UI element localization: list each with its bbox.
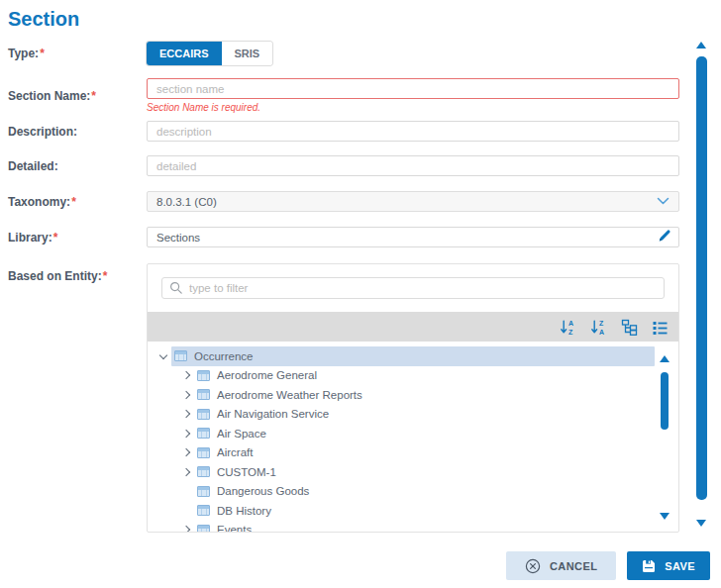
type-toggle: ECCAIRS SRIS (147, 42, 272, 65)
tree-item-body[interactable]: Events (194, 521, 655, 533)
edit-library-button[interactable] (658, 229, 671, 245)
sort-descending-icon[interactable]: Z A (589, 318, 607, 336)
entity-filter-input[interactable] (161, 277, 665, 299)
tree-item-db-history[interactable]: DB History (148, 501, 678, 521)
taxonomy-value: 8.0.3.1 (C0) (156, 196, 657, 208)
page-scrollbar[interactable] (696, 42, 707, 527)
entity-table-icon (197, 409, 210, 420)
tree-scrollbar[interactable] (660, 355, 670, 520)
tree-item-air-space[interactable]: Air Space (148, 424, 678, 443)
tree-item-air-navigation-service[interactable]: Air Navigation Service (148, 405, 678, 425)
tree-item-label: Occurrence (194, 350, 253, 362)
library-row: Library:* Sections (8, 227, 679, 247)
section-name-error: Section Name is required. (147, 102, 679, 113)
chevron-right-icon[interactable] (178, 449, 194, 455)
type-option-sris[interactable]: SRIS (222, 42, 273, 65)
tree-scrollbar-thumb[interactable] (661, 372, 669, 430)
chevron-right-icon[interactable] (178, 372, 194, 378)
chevron-right-icon[interactable] (178, 392, 194, 398)
svg-text:Z: Z (599, 320, 604, 327)
cancel-button[interactable]: CANCEL (506, 551, 616, 580)
chevron-down-icon[interactable] (155, 354, 171, 358)
tree-item-label: Air Navigation Service (217, 408, 329, 420)
entity-picker-panel: A Z Z A (147, 263, 679, 533)
section-name-input[interactable] (147, 78, 679, 99)
chevron-right-icon[interactable] (178, 411, 194, 417)
based-on-entity-label: Based on Entity:* (8, 263, 147, 283)
entity-toolbar: A Z Z A (148, 312, 678, 342)
required-marker: * (103, 269, 108, 283)
chevron-right-icon[interactable] (178, 431, 194, 437)
tree-item-aerodrome-weather-reports[interactable]: Aerodrome Weather Reports (148, 385, 678, 405)
tree-item-label: Events (217, 524, 252, 532)
list-view-icon[interactable] (651, 318, 669, 336)
chevron-right-icon[interactable] (178, 469, 194, 475)
description-input[interactable] (147, 121, 679, 142)
description-row: Description: (8, 121, 679, 142)
tree-item-aircraft[interactable]: Aircraft (148, 443, 678, 463)
entity-table-icon (197, 466, 210, 477)
detailed-label: Detailed: (8, 159, 147, 173)
tree-item-occurrence[interactable]: Occurrence (148, 346, 678, 366)
svg-text:A: A (599, 328, 604, 335)
svg-text:Z: Z (568, 328, 573, 335)
tree-item-body[interactable]: Air Navigation Service (194, 405, 655, 425)
tree-item-body[interactable]: CUSTOM-1 (194, 462, 655, 482)
required-marker: * (40, 47, 45, 60)
required-marker: * (53, 231, 58, 245)
section-name-row: Section Name:* Section Name is required. (8, 78, 679, 113)
tree-item-body[interactable]: Aerodrome Weather Reports (194, 385, 655, 405)
tree-item-body[interactable]: Aircraft (194, 443, 655, 463)
scroll-down-icon[interactable] (660, 513, 670, 520)
scroll-up-icon[interactable] (660, 355, 670, 362)
detailed-input[interactable] (147, 155, 679, 176)
tree-item-label: Aircraft (217, 446, 253, 458)
tree-item-aerodrome-general[interactable]: Aerodrome General (148, 366, 678, 386)
entity-table-icon (174, 350, 187, 361)
type-label: Type:* (8, 47, 147, 60)
required-marker: * (71, 195, 76, 209)
entity-table-icon (197, 370, 210, 381)
taxonomy-row: Taxonomy:* 8.0.3.1 (C0) (8, 191, 679, 212)
section-form: Section Type:* ECCAIRS SRIS Section Name… (0, 0, 721, 533)
search-icon (169, 281, 183, 299)
tree-item-body[interactable]: Occurrence (171, 346, 655, 366)
floppy-disk-icon (642, 559, 656, 573)
scroll-down-icon[interactable] (696, 520, 706, 527)
chevron-right-icon[interactable] (178, 527, 194, 532)
tree-item-body[interactable]: Air Space (194, 424, 655, 443)
sort-ascending-icon[interactable]: A Z (559, 318, 576, 336)
pencil-icon (658, 229, 671, 245)
tree-item-label: Air Space (217, 428, 266, 440)
entity-table-icon (197, 505, 210, 516)
tree-item-body[interactable]: Dangerous Goods (194, 482, 655, 502)
scroll-up-icon[interactable] (696, 42, 706, 49)
tree-item-label: CUSTOM-1 (217, 466, 276, 478)
entity-table-icon (197, 486, 210, 497)
page-scrollbar-thumb[interactable] (696, 56, 707, 500)
tree-item-dangerous-goods[interactable]: Dangerous Goods (148, 482, 678, 502)
tree-item-body[interactable]: DB History (194, 501, 655, 521)
tree-item-label: Aerodrome Weather Reports (217, 389, 362, 401)
type-option-eccairs[interactable]: ECCAIRS (147, 42, 222, 65)
tree-item-events[interactable]: Events (148, 521, 678, 533)
type-row: Type:* ECCAIRS SRIS (8, 42, 679, 65)
library-field: Sections (147, 227, 679, 247)
library-value: Sections (156, 232, 658, 244)
chevron-down-icon[interactable] (657, 197, 670, 206)
save-button[interactable]: SAVE (627, 551, 710, 580)
entity-table-icon (197, 389, 210, 400)
tree-item-label: DB History (217, 505, 271, 517)
tree-item-label: Aerodrome General (217, 369, 317, 381)
page-title: Section (8, 8, 679, 30)
tree-item-custom-1[interactable]: CUSTOM-1 (148, 462, 678, 482)
entity-table-icon (197, 525, 210, 532)
taxonomy-select[interactable]: 8.0.3.1 (C0) (147, 191, 679, 212)
tree-view-icon[interactable] (620, 318, 638, 336)
tree-item-label: Dangerous Goods (217, 485, 309, 497)
required-marker: * (91, 89, 96, 103)
tree-item-body[interactable]: Aerodrome General (194, 366, 655, 386)
svg-text:A: A (568, 320, 573, 327)
footer-actions: CANCEL SAVE (506, 551, 710, 580)
entity-table-icon (197, 428, 210, 439)
